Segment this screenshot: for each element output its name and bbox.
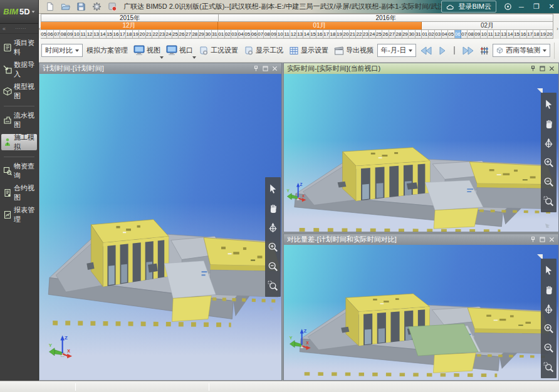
timeline-day-cell[interactable]: 19 — [337, 30, 343, 39]
timeline-day-cell[interactable]: 20 — [139, 30, 145, 39]
timeline-day-cell[interactable]: 19 — [540, 30, 546, 39]
sidebar-collapse-band[interactable]: « ⋯⋯ — [0, 24, 38, 34]
orbit-tool-button[interactable] — [542, 300, 555, 317]
timeline-day-cell[interactable]: 16 — [113, 30, 119, 39]
login-bim-cloud-button[interactable]: 登录BIM云 — [441, 1, 496, 13]
sidebar-item-contract-view[interactable]: 合约视图 — [1, 185, 37, 201]
zoom-window-tool-button[interactable] — [266, 277, 280, 294]
timeline-day-cell[interactable]: 21 — [146, 30, 152, 39]
sidebar-item-flow-view[interactable]: 流水视图 — [1, 112, 37, 128]
timeline-day-cell[interactable]: 22 — [152, 30, 159, 39]
timeline-day-cell[interactable]: 04 — [238, 30, 244, 39]
orbit-tool-button[interactable] — [542, 134, 555, 152]
timeline-day-cell[interactable]: 17 — [120, 30, 126, 39]
work-condition-settings-button[interactable]: 工况设置 — [197, 44, 240, 57]
timeline-day-cell[interactable]: 18 — [330, 30, 336, 39]
timeline-day-cell[interactable]: 14 — [507, 30, 513, 39]
timeline-day-cell[interactable]: 25 — [172, 30, 179, 39]
settings-gear-icon[interactable] — [92, 2, 102, 11]
help-button[interactable] — [501, 1, 514, 13]
save-icon[interactable] — [76, 2, 86, 11]
timeline-day-cell[interactable]: 17 — [323, 30, 330, 39]
pan-tool-button[interactable] — [542, 281, 555, 298]
timeline-day-cell[interactable]: 21 — [350, 30, 356, 39]
timeline-year-cell[interactable]: 2016年 — [219, 14, 553, 22]
skip-forward-button[interactable] — [460, 46, 476, 55]
timeline-day-cell[interactable]: 12 — [494, 30, 500, 39]
export-video-button[interactable]: 导出视频 — [332, 44, 375, 57]
timeline-day-cell[interactable]: 24 — [369, 30, 375, 39]
timeline-day-cell[interactable]: 03 — [231, 30, 238, 39]
maximize-icon[interactable] — [539, 236, 546, 243]
close-icon[interactable] — [548, 236, 555, 243]
3d-canvas-actual[interactable] — [284, 74, 558, 232]
timeline-day-cell[interactable]: 31 — [415, 30, 422, 39]
timeline-day-cell[interactable]: 13 — [297, 30, 303, 39]
timeline-day-cell[interactable]: 04 — [442, 30, 448, 39]
zoom-out-tool-button[interactable] — [542, 173, 555, 190]
view-angle-select[interactable]: 西南等轴测 — [493, 44, 550, 57]
timeline-month-cell[interactable]: 01月 — [218, 22, 422, 30]
pin-icon[interactable] — [253, 65, 259, 72]
timeline-day-cell[interactable]: 03 — [435, 30, 441, 39]
timeline-day-cell[interactable]: 24 — [165, 30, 172, 39]
timeline-day-cell[interactable]: 13 — [501, 30, 507, 39]
select-tool-button[interactable] — [542, 95, 555, 113]
timeline-day-cell[interactable]: 09 — [67, 30, 73, 39]
app-logo[interactable]: BIM 5D — [0, 0, 38, 24]
pan-tool-button[interactable] — [266, 199, 280, 217]
timeline-day-cell[interactable]: 27 — [389, 30, 395, 39]
timeline-day-cell[interactable]: 06 — [251, 30, 258, 39]
exit-red-badge-icon[interactable] — [108, 2, 117, 11]
timeline-day-cell[interactable]: 26 — [382, 30, 389, 39]
timeline-month-cell[interactable]: 02月 — [422, 22, 553, 30]
sidebar-item-construction-sim[interactable]: 施工模拟 — [1, 134, 37, 150]
timeline-day-cell[interactable]: 15 — [107, 30, 113, 39]
timeline-day-cell[interactable]: 19 — [133, 30, 139, 39]
viewport-titlebar[interactable]: 实际时间-[实际时间](当前视口) — [284, 63, 558, 74]
timeline-day-cell[interactable]: 20 — [343, 30, 349, 39]
timeline-day-cell[interactable]: 12 — [290, 30, 296, 39]
timeline-day-cell[interactable]: 02 — [225, 30, 231, 39]
sidebar-item-project-info[interactable]: 项目资料 — [1, 39, 37, 56]
play-button[interactable] — [436, 46, 449, 55]
timeline-day-cell[interactable]: 07 — [258, 30, 264, 39]
timeline-day-cell[interactable]: 29 — [402, 30, 409, 39]
timeline-day-cell[interactable]: 28 — [395, 30, 402, 39]
timeline-day-cell[interactable]: 23 — [159, 30, 165, 39]
timeline-day-cell[interactable]: 08 — [60, 30, 66, 39]
skip-back-button[interactable] — [418, 46, 434, 55]
sidebar-item-report-manage[interactable]: 报表管理 — [1, 207, 37, 223]
timeline-day-cell[interactable]: 07 — [54, 30, 60, 39]
viewport-comparison[interactable]: 对比量差-[计划时间和实际时间对比] — [283, 234, 559, 381]
sidebar-item-data-import[interactable]: 数据导入 — [1, 61, 37, 78]
timeline-day-cell[interactable]: 06 — [455, 30, 461, 39]
view-button[interactable]: 视图 — [132, 44, 162, 57]
timeline-day-cell[interactable]: 16 — [520, 30, 526, 39]
timeline-day-cell[interactable]: 09 — [271, 30, 277, 39]
minimize-button[interactable]: ─ — [514, 1, 529, 13]
timeline-day-cell[interactable]: 02 — [429, 30, 435, 39]
timeline-day-cell[interactable]: 05 — [41, 30, 47, 39]
logo-dropdown-icon[interactable] — [31, 11, 34, 13]
timeline-day-cell[interactable]: 26 — [179, 30, 185, 39]
timeline-day-cell[interactable]: 08 — [264, 30, 270, 39]
timeline-day-cell[interactable]: 12 — [86, 30, 93, 39]
new-file-icon[interactable] — [45, 2, 55, 11]
stop-button[interactable] — [454, 46, 455, 54]
timeline-day-cell[interactable]: 15 — [310, 30, 316, 39]
zoom-in-tool-button[interactable] — [542, 153, 555, 171]
sidebar-item-model-view[interactable]: 模型视图 — [1, 83, 37, 100]
timeline-day-cell[interactable]: 07 — [461, 30, 468, 39]
timeline-day-cell[interactable]: 22 — [356, 30, 362, 39]
timeline-day-cell[interactable]: 13 — [93, 30, 100, 39]
viewport-actual-time[interactable]: 实际时间-[实际时间](当前视口) — [283, 63, 559, 232]
timeline-day-cell[interactable]: 27 — [185, 30, 192, 39]
timeline-day-cell[interactable]: 14 — [303, 30, 310, 39]
close-button[interactable]: ✕ — [544, 1, 559, 13]
timeline-day-cell[interactable]: 10 — [481, 30, 487, 39]
maximize-icon[interactable] — [539, 65, 546, 72]
timeline-day-cell[interactable]: 08 — [468, 30, 474, 39]
3d-canvas-comparison[interactable] — [284, 245, 558, 380]
timeline-day-cell[interactable]: 09 — [474, 30, 481, 39]
